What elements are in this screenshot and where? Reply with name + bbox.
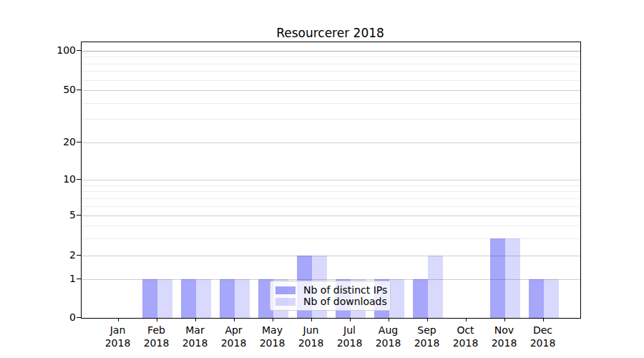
xtick-mark-aug	[389, 318, 389, 321]
xtick-mark-sep	[427, 318, 428, 321]
ytick-label-1: 1	[26, 274, 76, 284]
bar-distinct-ips-dec	[529, 279, 544, 319]
xtick-mark-may	[273, 318, 273, 321]
bar-downloads-nov	[505, 238, 520, 319]
chart-figure: Resourcerer 2018 Nb of distinct IPs Nb o…	[0, 0, 644, 358]
xtick-mark-mar	[195, 318, 196, 321]
ytick-label-50: 50	[26, 84, 76, 95]
xtick-label-year: 2018	[520, 337, 566, 349]
gridline-minor-y-40	[82, 103, 580, 104]
xtick-mark-dec	[543, 318, 544, 321]
legend-item-distinct-ips: Nb of distinct IPs	[275, 284, 385, 296]
ytick-mark-20	[77, 142, 81, 142]
legend-item-downloads: Nb of downloads	[275, 296, 385, 307]
gridline-minor-y-30	[82, 119, 580, 120]
ytick-mark-2	[77, 255, 81, 256]
bar-downloads-feb	[157, 279, 172, 319]
bar-distinct-ips-apr	[220, 279, 235, 319]
gridline-minor-y-60	[82, 80, 580, 81]
ytick-mark-1	[77, 279, 81, 279]
legend-swatch-downloads	[275, 298, 296, 306]
ytick-label-2: 2	[26, 250, 76, 260]
bar-downloads-aug	[389, 279, 404, 319]
ytick-mark-0	[77, 317, 81, 318]
gridline-y-5	[82, 216, 580, 216]
xtick-label-dec: Dec2018	[520, 324, 566, 349]
bar-distinct-ips-feb	[142, 279, 157, 319]
gridline-y-100	[82, 51, 580, 52]
ytick-mark-100	[77, 50, 81, 51]
gridline-minor-y-80	[82, 64, 580, 64]
xtick-mark-oct	[466, 318, 467, 321]
plot-area: Nb of distinct IPs Nb of downloads	[81, 42, 581, 319]
ytick-label-5: 5	[26, 210, 76, 220]
bar-downloads-mar	[196, 279, 211, 319]
xtick-mark-jul	[350, 318, 351, 321]
xtick-mark-nov	[504, 318, 505, 321]
legend: Nb of distinct IPs Nb of downloads	[270, 281, 391, 311]
ytick-mark-50	[77, 90, 81, 90]
gridline-minor-y-4	[82, 226, 580, 226]
xtick-mark-apr	[234, 318, 235, 321]
ytick-mark-10	[77, 179, 81, 180]
legend-label-distinct-ips: Nb of distinct IPs	[303, 284, 387, 296]
gridline-y-50	[82, 90, 580, 91]
gridline-minor-y-8	[82, 191, 580, 192]
bar-downloads-dec	[544, 279, 559, 319]
bar-downloads-apr	[235, 279, 250, 319]
xtick-mark-feb	[157, 318, 157, 321]
gridline-y-20	[82, 142, 580, 143]
gridline-y-10	[82, 180, 580, 180]
ytick-label-100: 100	[26, 45, 76, 55]
ytick-mark-5	[77, 215, 81, 216]
legend-label-downloads: Nb of downloads	[303, 296, 387, 307]
gridline-minor-y-9	[82, 185, 580, 186]
gridline-minor-y-70	[82, 71, 580, 72]
gridline-minor-y-6	[82, 206, 580, 207]
xtick-label-month: Dec	[520, 324, 566, 337]
xtick-mark-jun	[311, 318, 312, 321]
bar-distinct-ips-sep	[413, 279, 428, 319]
gridline-minor-y-7	[82, 198, 580, 199]
bar-downloads-sep	[428, 256, 443, 318]
bar-distinct-ips-mar	[181, 279, 196, 319]
legend-swatch-distinct-ips	[275, 286, 296, 294]
xtick-mark-jan	[118, 318, 119, 321]
chart-title: Resourcerer 2018	[81, 26, 580, 40]
ytick-label-10: 10	[26, 174, 76, 184]
gridline-minor-y-90	[82, 57, 580, 57]
bar-distinct-ips-nov	[490, 238, 505, 319]
ytick-label-0: 0	[26, 312, 76, 322]
ytick-label-20: 20	[26, 137, 76, 147]
